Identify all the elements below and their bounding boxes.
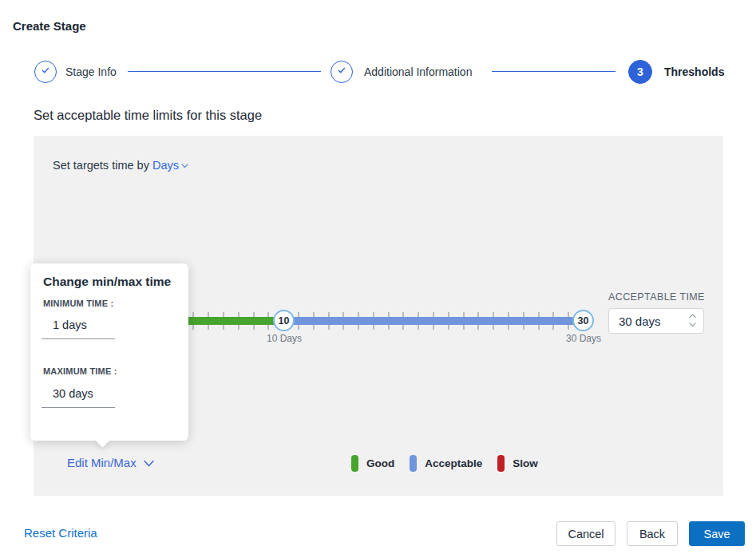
back-button[interactable]: Back: [627, 521, 678, 546]
legend-label: Good: [366, 457, 394, 469]
chevron-down-icon: [144, 456, 154, 469]
spinner-up-icon[interactable]: [689, 314, 696, 319]
reset-criteria-link[interactable]: Reset Criteria: [24, 526, 97, 540]
legend-swatch-icon: [351, 455, 358, 472]
set-targets-line: Set targets time by Days: [53, 158, 188, 172]
minimum-time-field: [42, 318, 115, 339]
legend-item: Acceptable: [410, 455, 482, 472]
minimum-time-input[interactable]: [42, 319, 115, 339]
unit-dropdown-value[interactable]: Days: [152, 159, 179, 172]
slider-handle-max-value: 30: [578, 315, 589, 326]
step-label-stage-info[interactable]: Stage Info: [65, 64, 117, 80]
slider-max-label: 30 Days: [552, 333, 615, 344]
section-heading: Set acceptable time limits for this stag…: [34, 108, 262, 123]
step-connector: [492, 71, 615, 72]
step-label-additional-information[interactable]: Additional Information: [364, 64, 472, 80]
cancel-button[interactable]: Cancel: [556, 521, 615, 546]
step-3-current-circle: 3: [628, 60, 652, 84]
legend-label: Slow: [513, 457, 538, 469]
edit-minmax-link[interactable]: Edit Min/Max: [67, 456, 154, 469]
maximum-time-label: MAXIMUM TIME :: [43, 366, 117, 376]
legend-item: Slow: [497, 455, 538, 472]
chevron-down-icon: [181, 158, 188, 171]
slider-handle-min[interactable]: 10: [273, 310, 295, 331]
legend-label: Acceptable: [425, 457, 482, 469]
step-connector: [128, 71, 321, 72]
save-button[interactable]: Save: [689, 521, 745, 546]
popover-title: Change min/max time: [43, 275, 171, 289]
footer-buttons: Cancel Back Save: [556, 521, 745, 546]
slider-track-acceptable[interactable]: [283, 317, 584, 325]
step-label-thresholds[interactable]: Thresholds: [664, 64, 724, 80]
acceptable-time-input[interactable]: [619, 309, 681, 333]
spinner-down-icon[interactable]: [689, 323, 696, 327]
maximum-time-input[interactable]: [42, 387, 115, 408]
minimum-time-label: MINIMUM TIME :: [43, 299, 113, 308]
step-2-complete-circle: [331, 61, 353, 83]
maximum-time-field: [42, 386, 115, 408]
slider-min-label: 10 Days: [252, 333, 316, 344]
check-icon: [336, 65, 347, 79]
slider-handle-min-value: 10: [279, 315, 290, 326]
check-icon: [40, 65, 51, 79]
acceptable-time-stepper[interactable]: [608, 308, 704, 334]
unit-dropdown[interactable]: Days: [152, 159, 188, 172]
legend-item: Good: [351, 455, 394, 472]
edit-minmax-label[interactable]: Edit Min/Max: [67, 456, 137, 469]
legend-swatch-icon: [410, 455, 417, 472]
acceptable-time-label: ACCEPTABLE TIME: [608, 291, 705, 303]
set-targets-prefix: Set targets time by: [53, 159, 149, 172]
legend: GoodAcceptableSlow: [351, 455, 538, 472]
step-number: 3: [637, 65, 643, 78]
min-max-popover: Change min/max time MINIMUM TIME : MAXIM…: [30, 263, 188, 441]
slider-handle-max[interactable]: 30: [572, 310, 594, 331]
legend-swatch-icon: [497, 455, 505, 472]
create-stage-screen: Create Stage Stage Info Additional Infor…: [0, 0, 756, 558]
page-title: Create Stage: [13, 19, 86, 33]
step-1-complete-circle: [34, 61, 57, 83]
